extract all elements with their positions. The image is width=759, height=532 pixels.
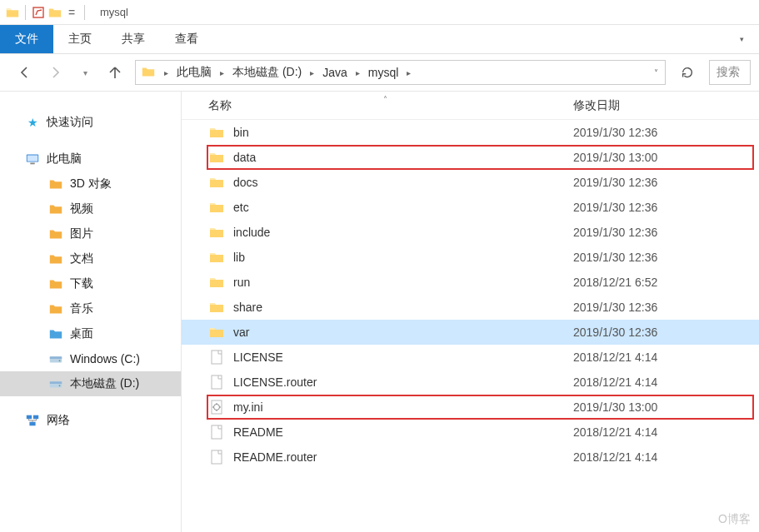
tree-network[interactable]: 网络 xyxy=(0,408,181,433)
tree-item-docs[interactable]: 文档 xyxy=(0,246,181,271)
ribbon-expand-icon[interactable]: ▾ xyxy=(722,25,759,53)
desktop-icon xyxy=(48,326,63,341)
file-name: etc xyxy=(233,201,249,214)
svg-rect-11 xyxy=(33,415,38,420)
address-bar-row: ▾ ▸ 此电脑 ▸ 本地磁盘 (D:) ▸ Java ▸ mysql ▸ ˅ 搜… xyxy=(0,54,759,92)
file-row[interactable]: bin2019/1/30 12:36 xyxy=(182,120,759,145)
nav-forward-button[interactable] xyxy=(45,62,65,82)
breadcrumb[interactable]: ▸ 此电脑 ▸ 本地磁盘 (D:) ▸ Java ▸ mysql ▸ ˅ xyxy=(135,60,666,85)
crumb-drive[interactable]: 本地磁盘 (D:) xyxy=(227,63,307,82)
file-name: LICENSE xyxy=(233,351,283,364)
tree-item-music[interactable]: 音乐 xyxy=(0,296,181,321)
divider xyxy=(25,5,26,20)
tree-item-downloads[interactable]: 下载 xyxy=(0,271,181,296)
file-row[interactable]: my.ini2019/1/30 13:00 xyxy=(182,395,759,420)
svg-rect-5 xyxy=(50,356,62,359)
tree-item-drive-d[interactable]: 本地磁盘 (D:) xyxy=(0,371,181,396)
crumb-mysql[interactable]: mysql xyxy=(363,64,404,81)
file-date: 2019/1/30 12:36 xyxy=(573,126,657,139)
file-name: README.router xyxy=(233,450,317,464)
properties-icon[interactable] xyxy=(31,5,46,20)
tree-item-pictures[interactable]: 图片 xyxy=(0,221,181,246)
file-date: 2018/12/21 4:14 xyxy=(573,351,657,364)
file-icon xyxy=(208,349,225,365)
file-row[interactable]: lib2019/1/30 12:36 xyxy=(182,245,759,270)
docs-icon xyxy=(48,251,63,266)
col-date: 修改日期 xyxy=(573,98,620,113)
svg-rect-2 xyxy=(27,156,38,162)
file-name: my.ini xyxy=(233,400,263,414)
tab-view[interactable]: 查看 xyxy=(160,25,213,53)
navigation-pane: ★ 快速访问 此电脑 3D 对象视频图片文档下载音乐桌面Windows (C:)… xyxy=(0,92,182,532)
open-location-icon[interactable] xyxy=(47,5,62,20)
file-row[interactable]: LICENSE.router2018/12/21 4:14 xyxy=(182,370,759,395)
file-name: data xyxy=(233,151,256,164)
file-date: 2019/1/30 12:36 xyxy=(573,201,657,214)
svg-rect-0 xyxy=(33,7,43,17)
file-date: 2019/1/30 12:36 xyxy=(573,301,657,314)
recent-locations-icon[interactable]: ▾ xyxy=(75,62,95,82)
refresh-button[interactable] xyxy=(676,61,699,84)
chevron-right-icon[interactable]: ▸ xyxy=(162,68,170,77)
file-date: 2018/12/21 4:14 xyxy=(573,450,657,464)
file-row[interactable]: etc2019/1/30 12:36 xyxy=(182,195,759,220)
tree-item-video[interactable]: 视频 xyxy=(0,196,181,221)
file-row[interactable]: run2018/12/21 6:52 xyxy=(182,270,759,295)
file-row[interactable]: share2019/1/30 12:36 xyxy=(182,295,759,320)
drive-c-icon xyxy=(48,351,63,366)
video-icon xyxy=(48,201,63,216)
chevron-right-icon[interactable]: ▸ xyxy=(218,68,226,77)
chevron-right-icon[interactable]: ▸ xyxy=(354,68,362,77)
file-name: LICENSE.router xyxy=(233,375,317,389)
svg-rect-12 xyxy=(29,422,35,426)
tab-home[interactable]: 主页 xyxy=(53,25,107,53)
file-date: 2019/1/30 13:00 xyxy=(573,400,657,414)
tab-file[interactable]: 文件 xyxy=(0,25,53,53)
crumb-thispc[interactable]: 此电脑 xyxy=(172,63,217,82)
file-row[interactable]: var2019/1/30 12:36 xyxy=(182,320,759,345)
file-name: docs xyxy=(233,176,258,189)
file-date: 2019/1/30 12:36 xyxy=(573,251,657,264)
file-row[interactable]: README2018/12/21 4:14 xyxy=(182,420,759,445)
file-name: run xyxy=(233,276,250,289)
tree-item-3d[interactable]: 3D 对象 xyxy=(0,172,181,196)
tree-item-desktop[interactable]: 桌面 xyxy=(0,321,181,346)
pictures-icon xyxy=(48,226,63,241)
svg-rect-3 xyxy=(30,163,34,165)
nav-up-button[interactable] xyxy=(105,62,125,82)
file-date: 2018/12/21 4:14 xyxy=(573,425,657,439)
svg-rect-17 xyxy=(212,425,222,439)
file-row[interactable]: include2019/1/30 12:36 xyxy=(182,220,759,245)
svg-point-6 xyxy=(59,360,61,361)
file-date: 2018/12/21 4:14 xyxy=(573,375,657,389)
chevron-right-icon[interactable]: ▸ xyxy=(308,68,316,77)
file-row[interactable]: LICENSE2018/12/21 4:14 xyxy=(182,345,759,370)
file-date: 2019/1/30 12:36 xyxy=(573,226,657,239)
tab-share[interactable]: 共享 xyxy=(107,25,160,53)
folder-app-icon xyxy=(5,5,20,20)
music-icon xyxy=(48,301,63,316)
file-row[interactable]: docs2019/1/30 12:36 xyxy=(182,170,759,195)
col-name: 名称˄ xyxy=(208,98,573,113)
tree-this-pc[interactable]: 此电脑 xyxy=(0,147,181,172)
file-row[interactable]: README.router2018/12/21 4:14 xyxy=(182,445,759,470)
tree-quick-access[interactable]: ★ 快速访问 xyxy=(0,110,181,135)
chevron-right-icon[interactable]: ▸ xyxy=(405,68,412,77)
folder-icon xyxy=(208,249,225,266)
folder-icon xyxy=(208,149,225,166)
nav-back-button[interactable] xyxy=(15,62,35,82)
file-row[interactable]: data2019/1/30 13:00 xyxy=(182,145,759,170)
drive-d-icon xyxy=(48,376,63,391)
file-name: share xyxy=(233,301,262,314)
crumb-java[interactable]: Java xyxy=(317,64,352,81)
tree-item-drive-c[interactable]: Windows (C:) xyxy=(0,346,181,371)
address-dropdown-icon[interactable]: ˅ xyxy=(652,68,660,77)
column-headers[interactable]: 名称˄ 修改日期 xyxy=(182,92,759,120)
svg-rect-10 xyxy=(27,415,32,420)
search-input[interactable]: 搜索 xyxy=(709,60,751,85)
qat-dropdown-icon[interactable]: = xyxy=(64,5,79,20)
folder-icon xyxy=(208,299,225,316)
folder-icon xyxy=(141,64,157,81)
svg-point-9 xyxy=(59,385,61,386)
folder-icon xyxy=(208,199,225,216)
